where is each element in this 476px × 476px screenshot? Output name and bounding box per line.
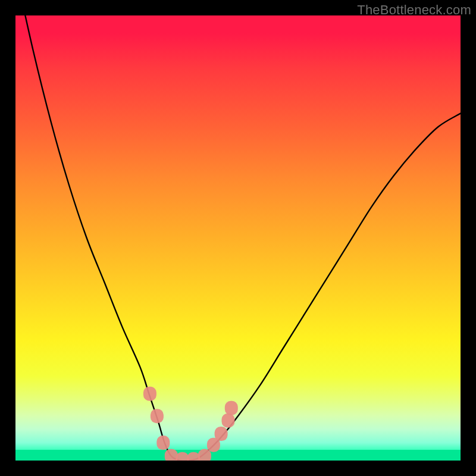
watermark-text: TheBottleneck.com (357, 2, 471, 18)
optimal-zone-band (15, 450, 461, 461)
chart-frame: TheBottleneck.com (0, 0, 476, 476)
plot-area (15, 15, 461, 461)
heat-gradient-background (15, 15, 461, 461)
